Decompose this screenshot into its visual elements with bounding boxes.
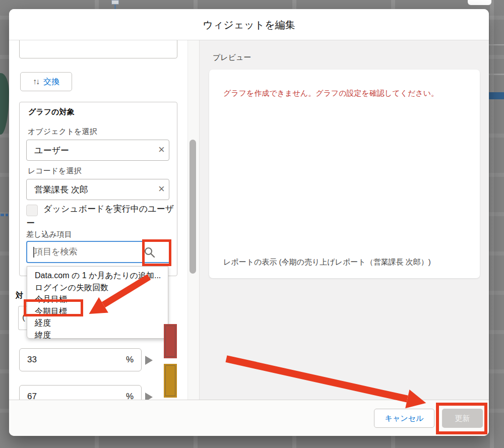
object-clear-icon[interactable]: ×	[158, 144, 165, 155]
swap-arrows-icon: ↑↓	[33, 77, 39, 86]
record-field-label: レコードを選択	[28, 166, 81, 176]
dropdown-item[interactable]: 緯度	[35, 329, 168, 341]
background-widget-handle	[111, 0, 119, 5]
merge-field-label: 差し込み項目	[26, 230, 72, 239]
preview-report-caption: レポートの表示 (今期の売り上げレポート（営業課長 次郎）)	[223, 258, 431, 267]
modal-title: ウィジェットを編集	[9, 9, 489, 40]
background-toolbar-fragment	[468, 0, 491, 5]
preview-panel: プレビュー グラフを作成できません。グラフの設定を確認してください。 レポートの…	[200, 40, 489, 400]
annotation-box-search-icon	[142, 239, 171, 266]
dropdown-item[interactable]: 経度	[35, 317, 168, 329]
background-axis-fragment	[6, 214, 8, 216]
preview-error-message: グラフを作成できません。グラフの設定を確認してください。	[223, 89, 438, 98]
measure-heading-partial: 対	[16, 291, 23, 300]
record-field-input[interactable]	[26, 179, 169, 200]
background-axis-fragment	[1, 214, 4, 216]
swap-button[interactable]: ↑↓ 交換	[20, 72, 72, 91]
background-line	[489, 74, 504, 75]
swap-button-label: 交換	[43, 77, 59, 87]
breakpoint-1-expand-icon[interactable]	[145, 356, 153, 365]
segment-color-swatch-gold[interactable]	[164, 364, 177, 398]
swatch-inner-border	[165, 365, 175, 396]
screen: ウィジェットを編集 ↑↓ 交換 グラフの対象 オブジェクトを選択 × レコードを…	[0, 0, 504, 448]
arrow-head-icon	[405, 390, 428, 412]
breakpoint-1-input[interactable]	[27, 349, 113, 370]
breakpoint-2-unit: %	[126, 392, 134, 400]
segment-color-swatch-red[interactable]	[164, 324, 177, 358]
breakpoint-2-expand-icon[interactable]	[145, 393, 153, 400]
object-field-label: オブジェクトを選択	[28, 127, 97, 137]
cancel-button[interactable]: キャンセル	[374, 409, 434, 428]
background-donut-chart-fragment	[0, 73, 9, 135]
breakpoint-2-field: %	[19, 385, 142, 400]
run-as-user-label-line1: ダッシュボードを実行中のユーザ	[43, 203, 174, 215]
annotation-box-update-button	[436, 403, 487, 434]
settings-panel: ↑↓ 交換 グラフの対象 オブジェクトを選択 × レコードを選択 × ダッシュボ…	[9, 40, 187, 400]
swatch-inner-border	[165, 326, 175, 357]
annotation-box-dropdown-item	[24, 299, 83, 316]
background-chart-bar-fragment	[489, 92, 504, 99]
breakpoint-2-input[interactable]	[27, 386, 113, 400]
breakpoint-1-unit: %	[126, 355, 134, 365]
run-as-user-label-line2: ー	[26, 217, 35, 229]
chart-target-heading: グラフの対象	[28, 107, 74, 117]
preview-card: グラフを作成できません。グラフの設定を確認してください。 レポートの表示 (今期…	[209, 70, 480, 278]
preview-label: プレビュー	[213, 53, 251, 62]
breakpoint-1-field: %	[19, 348, 142, 371]
background-line	[489, 44, 504, 45]
record-clear-icon[interactable]: ×	[158, 183, 165, 195]
panel-scrollbar-thumb[interactable]	[190, 140, 196, 274]
field-search-input[interactable]	[34, 242, 150, 262]
run-as-user-checkbox[interactable]	[26, 205, 38, 216]
modal-body: ↑↓ 交換 グラフの対象 オブジェクトを選択 × レコードを選択 × ダッシュボ…	[9, 40, 489, 400]
object-field-input[interactable]	[26, 140, 169, 161]
truncated-field-above[interactable]	[19, 40, 177, 58]
modal-header: ウィジェットを編集	[9, 9, 489, 40]
